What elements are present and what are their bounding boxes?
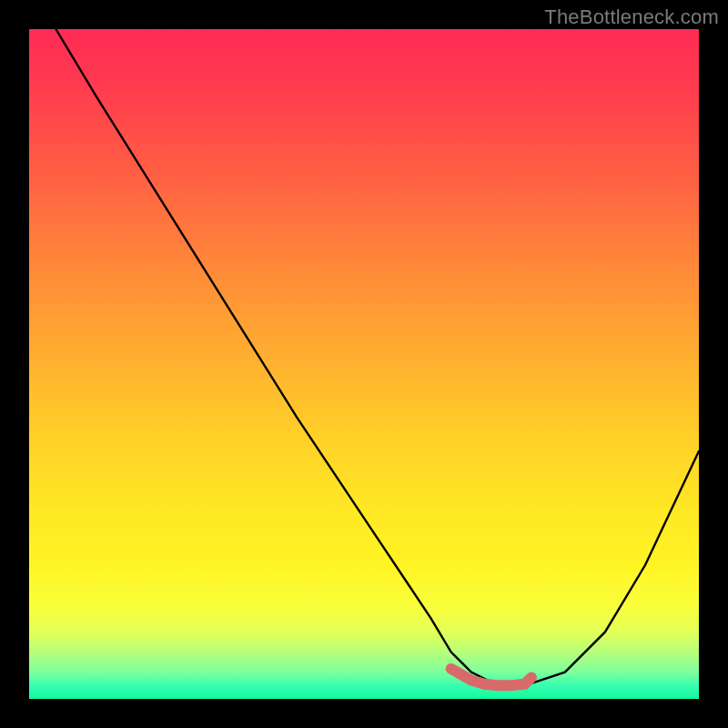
curve-layer (29, 29, 699, 699)
watermark-text: TheBottleneck.com (544, 5, 719, 29)
plot-area (29, 29, 699, 699)
optimal-range-marker (451, 669, 531, 685)
bottleneck-curve (56, 29, 699, 685)
chart-frame: TheBottleneck.com (0, 0, 728, 728)
